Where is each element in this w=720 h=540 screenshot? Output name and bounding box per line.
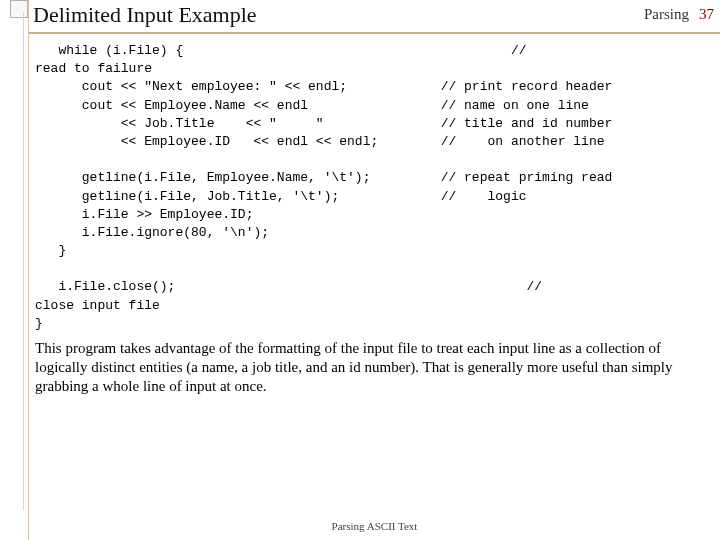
explanatory-paragraph: This program takes advantage of the form…: [29, 337, 720, 395]
header-bar: Delimited Input Example Parsing 37: [29, 0, 720, 34]
footer-label: Parsing ASCII Text: [332, 520, 418, 532]
page-number: 37: [699, 2, 714, 23]
side-rule: [23, 12, 24, 510]
slide-frame: Delimited Input Example Parsing 37 while…: [28, 0, 720, 540]
header-right: Parsing 37: [644, 2, 714, 23]
slide-title: Delimited Input Example: [33, 2, 257, 28]
section-topic: Parsing: [644, 2, 689, 23]
code-block: while (i.File) { // read to failure cout…: [29, 34, 720, 337]
corner-marker: [10, 0, 28, 18]
